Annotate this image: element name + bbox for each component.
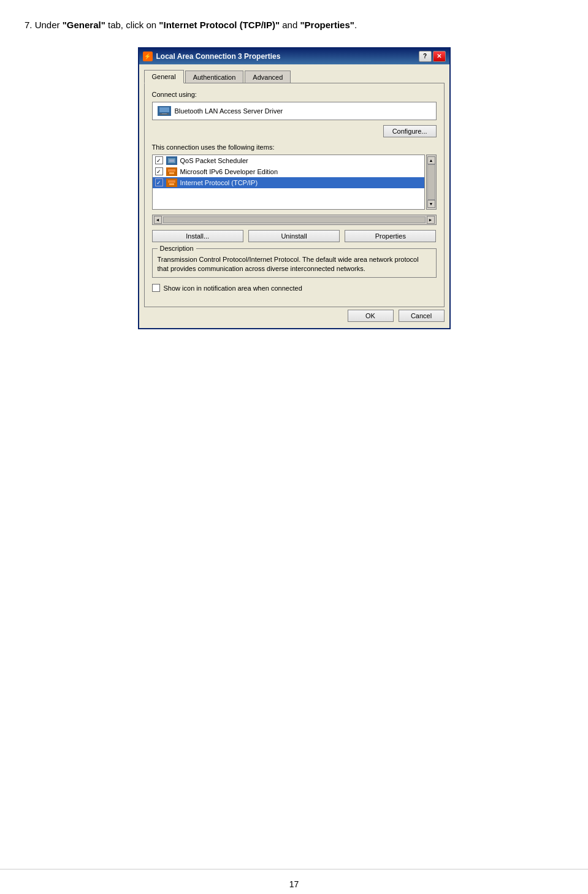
list-item-tcpip-label: Internet Protocol (TCP/IP) <box>180 179 258 186</box>
action-buttons: Install... Uninstall Properties <box>152 230 437 242</box>
list-item-qos[interactable]: ✓ QoS Packet Scheduler <box>153 155 424 166</box>
tab-advanced-label: Advanced <box>253 74 283 81</box>
instruction-period: . <box>354 20 357 30</box>
tab-general[interactable]: General <box>144 70 184 83</box>
tab-authentication[interactable]: Authentication <box>185 71 244 83</box>
device-icon <box>158 106 171 116</box>
dialog-screenshot-container: ⚡ Local Area Connection 3 Properties ? ✕… <box>25 47 563 330</box>
show-icon-row: Show icon in notification area when conn… <box>152 284 437 292</box>
page-number: 17 <box>0 869 588 894</box>
properties-button[interactable]: Properties <box>345 230 436 242</box>
general-tab-reference: "General" <box>63 20 105 30</box>
uses-label: This connection uses the following items… <box>152 143 437 151</box>
device-name: Bluetooth LAN Access Server Driver <box>175 107 283 115</box>
install-button[interactable]: Install... <box>152 230 243 242</box>
tab-authentication-label: Authentication <box>193 74 236 81</box>
dialog-app-icon: ⚡ <box>143 52 153 61</box>
hscroll-left-arrow[interactable]: ◄ <box>154 216 162 224</box>
list-item-tcpip[interactable]: ✓ Internet Protocol (TCP/IP) <box>153 177 424 188</box>
instruction-mid: tab, click on <box>105 20 159 30</box>
svg-rect-3 <box>162 113 167 114</box>
dialog-titlebar: ⚡ Local Area Connection 3 Properties ? ✕ <box>139 48 449 64</box>
show-icon-label: Show icon in notification area when conn… <box>164 285 302 292</box>
svg-rect-11 <box>168 180 175 183</box>
instruction-and: and <box>280 20 300 30</box>
dialog-body: General Authentication Advanced Connect … <box>139 64 449 329</box>
properties-reference: "Properties" <box>300 20 354 30</box>
hscroll-thumb[interactable] <box>163 216 426 223</box>
dialog-window-controls: ? ✕ <box>419 51 446 62</box>
svg-rect-2 <box>159 107 169 112</box>
items-list-container: ✓ QoS Packet Scheduler <box>152 155 437 210</box>
connect-using-label: Connect using: <box>152 91 437 98</box>
ipv6-icon <box>166 167 177 176</box>
protocol-reference: "Internet Protocol (TCP/IP)" <box>159 20 280 30</box>
uninstall-button[interactable]: Uninstall <box>248 230 340 242</box>
ok-button[interactable]: OK <box>348 310 394 322</box>
step-number: 7. <box>25 20 32 30</box>
items-list[interactable]: ✓ QoS Packet Scheduler <box>152 155 425 210</box>
checkbox-ipv6[interactable]: ✓ <box>155 167 163 175</box>
description-group: Description Transmission Control Protoco… <box>152 248 437 278</box>
show-icon-checkbox[interactable] <box>152 284 160 292</box>
titlebar-left: ⚡ Local Area Connection 3 Properties <box>143 52 281 61</box>
list-item-qos-label: QoS Packet Scheduler <box>180 157 248 164</box>
connect-using-box: Bluetooth LAN Access Server Driver <box>152 102 437 120</box>
configure-row: Configure... <box>152 125 437 137</box>
svg-rect-8 <box>168 169 175 172</box>
close-button[interactable]: ✕ <box>433 51 446 62</box>
list-scrollbar[interactable]: ▲ ▼ <box>426 155 437 210</box>
instruction-before-tab: Under <box>35 20 63 30</box>
list-item-ipv6[interactable]: ✓ Microsoft IPv6 Developer Edition <box>153 166 424 177</box>
scroll-down-arrow[interactable]: ▼ <box>427 200 435 208</box>
help-button[interactable]: ? <box>419 51 432 62</box>
instruction-text: 7. Under "General" tab, click on "Intern… <box>25 18 563 32</box>
tab-advanced[interactable]: Advanced <box>245 71 291 83</box>
checkbox-qos[interactable]: ✓ <box>155 156 163 164</box>
checkbox-tcpip[interactable]: ✓ <box>155 178 163 186</box>
svg-rect-9 <box>169 172 174 174</box>
description-text: Transmission Control Protocol/Internet P… <box>158 255 431 274</box>
tcpip-icon <box>166 178 177 187</box>
svg-rect-6 <box>169 159 174 162</box>
qos-icon <box>166 156 177 165</box>
scroll-track[interactable] <box>427 164 435 200</box>
list-item-ipv6-label: Microsoft IPv6 Developer Edition <box>180 168 278 175</box>
tab-general-label: General <box>152 73 176 80</box>
hscrollbar[interactable]: ◄ ► <box>152 215 437 225</box>
description-group-label: Description <box>158 245 196 252</box>
hscroll-right-arrow[interactable]: ► <box>427 216 435 224</box>
svg-rect-12 <box>169 183 174 185</box>
tab-bar: General Authentication Advanced <box>144 69 445 83</box>
hscrollbar-row: ◄ ► <box>152 215 437 225</box>
dialog-title: Local Area Connection 3 Properties <box>156 52 281 61</box>
cancel-button[interactable]: Cancel <box>399 310 445 322</box>
tab-content-general: Connect using: Bluetooth LAN Access Serv… <box>144 83 445 308</box>
local-area-connection-dialog: ⚡ Local Area Connection 3 Properties ? ✕… <box>138 47 451 330</box>
scroll-up-arrow[interactable]: ▲ <box>427 156 435 164</box>
dialog-footer: OK Cancel <box>144 307 445 323</box>
configure-button[interactable]: Configure... <box>383 125 437 137</box>
